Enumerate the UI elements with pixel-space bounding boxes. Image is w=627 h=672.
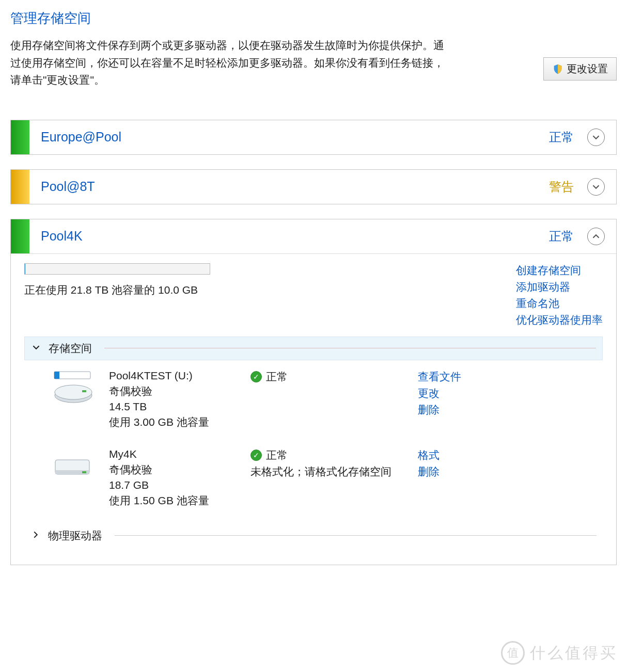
delete-link[interactable]: 删除 <box>418 403 461 417</box>
space-size: 18.7 GB <box>109 479 238 491</box>
usage-text: 正在使用 21.8 TB 池容量的 10.0 GB <box>24 283 210 297</box>
pool-name: Europe@Pool <box>41 130 121 145</box>
add-drive-link[interactable]: 添加驱动器 <box>516 280 603 294</box>
ok-icon: ✓ <box>250 371 262 382</box>
pool-row-pool4k[interactable]: Pool4K 正常 <box>11 219 616 254</box>
divider <box>115 535 597 536</box>
space-status: 正常 <box>266 370 288 384</box>
chevron-down-icon[interactable] <box>587 129 605 146</box>
drive-icon <box>50 370 97 406</box>
pool-row-8t[interactable]: Pool@8T 警告 <box>10 169 617 204</box>
pool-actions: 创建存储空间 添加驱动器 重命名池 优化驱动器使用率 <box>516 263 603 327</box>
svg-rect-1 <box>54 372 59 379</box>
space-type: 奇偶校验 <box>109 462 238 477</box>
change-settings-label: 更改设置 <box>567 62 608 76</box>
pool-status: 正常 <box>549 228 574 245</box>
page-description: 使用存储空间将文件保存到两个或更多驱动器，以便在驱动器发生故障时为你提供保护。通… <box>10 37 454 89</box>
svg-rect-0 <box>54 372 90 379</box>
pool-status: 警告 <box>549 179 574 195</box>
change-link[interactable]: 更改 <box>418 386 461 401</box>
divider <box>104 348 596 348</box>
svg-rect-4 <box>82 390 86 392</box>
section-header-physical[interactable]: 物理驱动器 <box>24 521 603 550</box>
drive-icon <box>50 448 97 484</box>
chevron-right-icon <box>30 530 41 541</box>
format-link[interactable]: 格式 <box>418 448 440 462</box>
storage-space-item: My4K 奇偶校验 18.7 GB 使用 1.50 GB 池容量 ✓ 正常 未格… <box>24 439 603 517</box>
ok-icon: ✓ <box>250 450 262 461</box>
space-type: 奇偶校验 <box>109 384 238 398</box>
view-files-link[interactable]: 查看文件 <box>418 370 461 384</box>
section-label: 物理驱动器 <box>48 529 102 543</box>
page-title: 管理存储空间 <box>10 9 617 27</box>
create-space-link[interactable]: 创建存储空间 <box>516 263 603 278</box>
svg-point-3 <box>55 385 92 399</box>
optimize-link[interactable]: 优化驱动器使用率 <box>516 313 603 327</box>
status-indicator <box>11 120 29 154</box>
space-name: My4K <box>109 448 238 460</box>
pool-name: Pool@8T <box>41 179 95 194</box>
space-size: 14.5 TB <box>109 401 238 413</box>
pool-card-pool4k: Pool4K 正常 正在使用 21.8 TB 池容量的 10.0 GB 创建存储… <box>10 219 617 565</box>
storage-space-item: Pool4KTEST (U:) 奇偶校验 14.5 TB 使用 3.00 GB … <box>24 360 603 439</box>
status-indicator <box>11 170 29 204</box>
pool-name: Pool4K <box>41 229 83 244</box>
usage-bar <box>24 263 210 275</box>
space-note: 未格式化；请格式化存储空间 <box>250 465 405 479</box>
rename-pool-link[interactable]: 重命名池 <box>516 296 603 311</box>
delete-link[interactable]: 删除 <box>418 465 440 479</box>
chevron-up-icon[interactable] <box>587 228 605 245</box>
svg-rect-7 <box>82 471 86 473</box>
pool-row-europe[interactable]: Europe@Pool 正常 <box>10 120 617 155</box>
space-name: Pool4KTEST (U:) <box>109 370 238 382</box>
status-indicator <box>11 219 29 253</box>
chevron-down-icon[interactable] <box>587 178 605 196</box>
space-use: 使用 3.00 GB 池容量 <box>109 415 238 429</box>
pool-status: 正常 <box>549 129 574 146</box>
space-status: 正常 <box>266 448 288 462</box>
section-label: 存储空间 <box>49 341 92 356</box>
chevron-down-icon <box>31 343 41 354</box>
section-header-spaces[interactable]: 存储空间 <box>24 337 603 360</box>
shield-icon <box>552 63 563 75</box>
change-settings-button[interactable]: 更改设置 <box>543 57 617 81</box>
space-use: 使用 1.50 GB 池容量 <box>109 493 238 508</box>
